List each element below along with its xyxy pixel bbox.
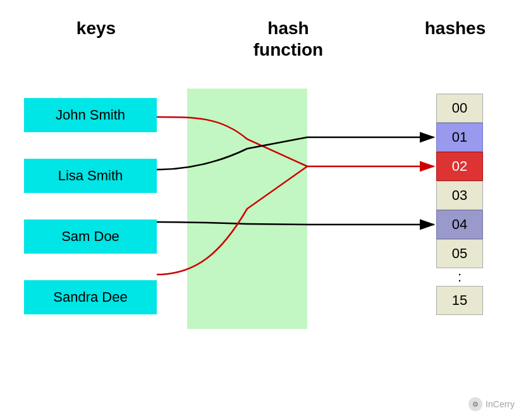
hash-separator: : [436, 268, 483, 286]
headers-row: keys hash function hashes [0, 18, 526, 60]
hash-04: 04 [436, 210, 483, 239]
hash-15: 15 [436, 286, 483, 315]
hash-01: 01 [436, 123, 483, 152]
hashes-header-text: hashes [417, 18, 493, 39]
key-sandra-dee: Sandra Dee [24, 280, 157, 314]
key-sam-doe: Sam Doe [24, 219, 157, 254]
hash-02: 02 [436, 152, 483, 181]
function-header: hash function [225, 18, 352, 60]
function-header-text: hash function [225, 18, 352, 60]
hash-00: 00 [436, 94, 483, 123]
watermark: ⚙ InCerry [468, 397, 515, 411]
hash-03: 03 [436, 181, 483, 210]
keys-header-text: keys [33, 18, 159, 39]
hash-function-rect [187, 89, 307, 329]
hashes-column: 00 01 02 03 04 05 : 15 [436, 94, 483, 315]
keys-header: keys [33, 18, 159, 39]
diagram-container: keys hash function hashes John Smith Lis… [0, 0, 526, 420]
key-john-smith: John Smith [24, 98, 157, 132]
keys-column: John Smith Lisa Smith Sam Doe Sandra Dee [24, 98, 157, 314]
hashes-header: hashes [417, 18, 493, 39]
key-lisa-smith: Lisa Smith [24, 159, 157, 193]
watermark-text: InCerry [486, 399, 515, 409]
watermark-icon: ⚙ [468, 397, 482, 411]
hash-05: 05 [436, 239, 483, 268]
